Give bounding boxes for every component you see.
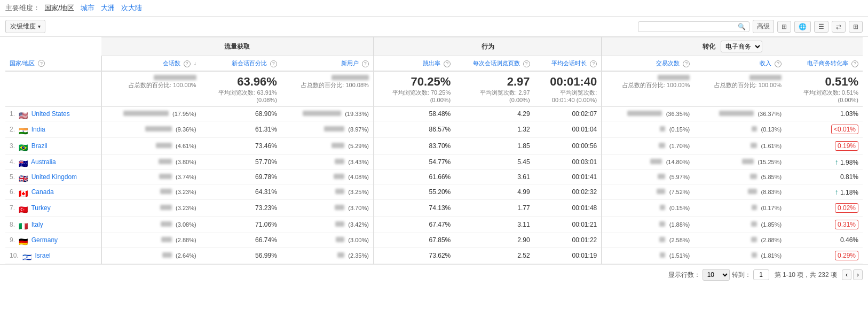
sessions-cell: (3.80%): [101, 155, 201, 170]
country-cell: 5. 🇬🇧 United Kingdom: [5, 170, 101, 184]
table-row: 5. 🇬🇧 United Kingdom (3.74%) 69.78% (4.0…: [5, 170, 863, 184]
nav-city[interactable]: 城市: [81, 3, 94, 13]
help-icon-sessions[interactable]: ?: [184, 60, 191, 67]
search-input[interactable]: [642, 23, 738, 30]
grid-view-button[interactable]: ⊞: [777, 21, 791, 33]
help-icon-ecommerce-cvr[interactable]: ?: [851, 60, 858, 67]
new-users-cell: (3.42%): [281, 217, 374, 233]
country-cell: 2. 🇮🇳 India: [5, 121, 101, 138]
revenue-pct: (1.85%): [761, 221, 782, 228]
transactions-pct: (0.15%): [669, 205, 690, 211]
ecommerce-cvr-badge: 0.29%: [835, 251, 858, 260]
country-cell: 6. 🇨🇦 Canada: [5, 184, 101, 200]
next-page-button[interactable]: ›: [853, 269, 863, 280]
conversion-section-header: 转化 电子商务: [602, 37, 863, 56]
country-flag: 🇮🇳: [19, 127, 27, 133]
new-users-pct: (2.35%): [348, 252, 369, 259]
transactions-cell: (0.15%): [602, 200, 694, 217]
comparison-button[interactable]: ⇄: [832, 21, 846, 33]
sessions-pct: (3.80%): [176, 159, 196, 165]
country-link[interactable]: United Kingdom: [31, 173, 77, 181]
arrow-up-icon: ↑: [835, 158, 839, 166]
sessions-pct: (3.08%): [176, 221, 196, 228]
help-icon-revenue[interactable]: ?: [775, 60, 782, 67]
country-link[interactable]: Canada: [31, 188, 54, 196]
transactions-cell: (2.58%): [602, 233, 694, 248]
sort-sessions-icon[interactable]: ↓: [194, 60, 196, 66]
nav-continent[interactable]: 大洲: [101, 3, 115, 13]
col-revenue: 收入 ?: [694, 56, 786, 72]
avg-session-dur-cell: 00:01:19: [534, 248, 602, 264]
table-row: 10. 🇮🇱 Israel (2.64%) 56.99% (2.35%) 73.…: [5, 248, 863, 264]
help-icon-avg-session-dur[interactable]: ?: [590, 60, 597, 67]
country-link[interactable]: Israel: [35, 252, 50, 259]
new-users-pct: (3.00%): [348, 237, 369, 243]
transactions-pct: (2.58%): [669, 237, 690, 243]
transactions-pct: (14.80%): [666, 159, 690, 165]
country-flag: 🇨🇦: [19, 189, 27, 195]
show-rows-select[interactable]: 10 25 50 100: [703, 269, 730, 281]
search-icon[interactable]: 🔍: [738, 23, 746, 30]
avg-session-dur-cell: 00:01:48: [534, 200, 602, 217]
revenue-cell: (1.81%): [694, 248, 786, 264]
nav-country[interactable]: 国家/地区: [44, 3, 74, 13]
new-users-cell: (19.33%): [281, 107, 374, 121]
help-icon-country[interactable]: ?: [38, 60, 45, 67]
pages-per-session-cell: 3.11: [455, 217, 534, 233]
table-row: 1. 🇺🇸 United States (17.95%) 68.90% (19.…: [5, 107, 863, 121]
help-icon-new-session-pct[interactable]: ?: [270, 60, 277, 67]
col-avg-session-dur: 平均会话时长 ?: [534, 56, 602, 72]
pagination-info: 第 1-10 项，共 232 项: [775, 271, 837, 280]
help-icon-pages-per-session[interactable]: ?: [523, 60, 530, 67]
col-transactions: 交易次数 ?: [602, 56, 694, 72]
table-row: 9. 🇩🇪 Germany (2.88%) 66.74% (3.00%) 67.…: [5, 233, 863, 248]
help-icon-bounce-rate[interactable]: ?: [444, 60, 451, 67]
sessions-pct: (3.74%): [176, 174, 196, 180]
summary-new-session-pct: 63.96% 平均浏览次数: 63.91% (0.08%): [201, 71, 281, 107]
section-header-row: 流量获取 行为 转化 电子商务: [5, 37, 863, 56]
country-link[interactable]: Turkey: [31, 204, 50, 212]
country-link[interactable]: Brazil: [31, 142, 48, 150]
page-input[interactable]: [753, 269, 769, 280]
new-users-cell: (5.29%): [281, 138, 374, 155]
country-link[interactable]: United States: [31, 110, 70, 118]
transactions-cell: (14.80%): [602, 155, 694, 170]
revenue-cell: (8.83%): [694, 184, 786, 200]
new-session-pct-cell: 71.06%: [201, 217, 281, 233]
row-number: 9.: [10, 236, 15, 244]
avg-session-dur-cell: 00:01:22: [534, 233, 602, 248]
sessions-cell: (2.64%): [101, 248, 201, 264]
table-row: 4. 🇦🇺 Australia (3.80%) 57.70% (3.43%) 5…: [5, 155, 863, 170]
advanced-button[interactable]: 高级: [753, 20, 774, 33]
globe-icon-button[interactable]: 🌐: [794, 21, 811, 33]
help-icon-new-users[interactable]: ?: [362, 60, 369, 67]
country-link[interactable]: India: [31, 126, 45, 133]
country-flag: 🇺🇸: [19, 111, 27, 117]
ecommerce-cvr-cell: 0.29%: [786, 248, 863, 264]
avg-session-dur-cell: 00:02:07: [534, 107, 602, 121]
prev-page-button[interactable]: ‹: [842, 269, 851, 280]
summary-sessions: 占总数的百分比: 100.00%: [101, 71, 201, 107]
pivot-button[interactable]: ⊞: [849, 21, 863, 33]
summary-pages-per-session: 2.97 平均浏览次数: 2.97 (0.00%): [455, 71, 534, 107]
ecommerce-cvr-badge: 0.02%: [835, 203, 858, 213]
list-view-button[interactable]: ☰: [814, 21, 828, 33]
transactions-cell: (5.97%): [602, 170, 694, 184]
country-link[interactable]: Germany: [31, 236, 58, 244]
new-users-pct: (3.43%): [348, 159, 369, 165]
column-header-row: 国家/地区 ? 会话数 ? ↓ 新会话百分比 ? 新用户 ? 跳出率: [5, 56, 863, 72]
country-link[interactable]: Italy: [31, 221, 43, 228]
col-new-session-pct: 新会话百分比 ?: [201, 56, 281, 72]
nav-subcontinent[interactable]: 次大陆: [121, 3, 142, 13]
search-box: 🔍: [638, 21, 749, 32]
transactions-cell: (7.52%): [602, 184, 694, 200]
country-link[interactable]: Australia: [31, 158, 56, 166]
ecommerce-select[interactable]: 电子商务: [721, 41, 762, 52]
sessions-pct: (3.23%): [176, 189, 196, 195]
avg-session-dur-cell: 00:01:04: [534, 121, 602, 138]
new-users-cell: (8.97%): [281, 121, 374, 138]
help-icon-transactions[interactable]: ?: [683, 60, 690, 67]
revenue-pct: (5.85%): [761, 174, 782, 180]
new-users-pct: (3.70%): [348, 205, 369, 211]
secondary-dimension-button[interactable]: 次级维度 ▾: [5, 20, 45, 33]
